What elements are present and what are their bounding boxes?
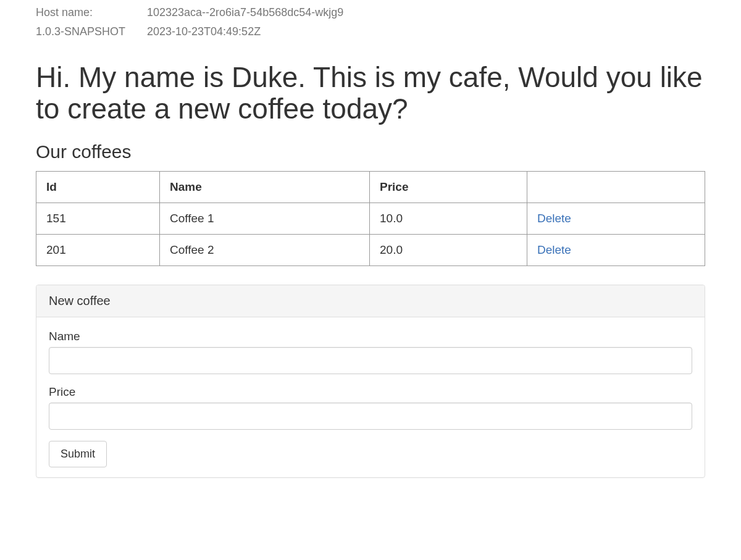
col-header-action	[527, 172, 705, 203]
cell-name: Coffee 2	[160, 235, 370, 266]
col-header-name: Name	[160, 172, 370, 203]
cell-name: Coffee 1	[160, 203, 370, 235]
version-row: 1.0.3-SNAPSHOT 2023-10-23T04:49:52Z	[36, 25, 705, 38]
cell-id: 201	[36, 235, 160, 266]
name-input[interactable]	[49, 347, 692, 374]
host-value: 102323aca--2ro6ia7-54b568dc54-wkjg9	[147, 6, 343, 19]
submit-button[interactable]: Submit	[49, 441, 107, 467]
price-label: Price	[49, 385, 692, 399]
cell-action: Delete	[527, 203, 705, 235]
delete-link[interactable]: Delete	[537, 212, 571, 225]
price-input[interactable]	[49, 403, 692, 430]
delete-link[interactable]: Delete	[537, 243, 571, 256]
host-row: Host name: 102323aca--2ro6ia7-54b568dc54…	[36, 6, 705, 19]
panel-title: New coffee	[36, 285, 705, 317]
table-row: 151 Coffee 1 10.0 Delete	[36, 203, 705, 235]
panel-body: Name Price Submit	[36, 317, 705, 477]
name-label: Name	[49, 330, 692, 343]
coffees-subhead: Our coffees	[36, 141, 705, 162]
table-row: 201 Coffee 2 20.0 Delete	[36, 235, 705, 266]
table-header-row: Id Name Price	[36, 172, 705, 203]
cell-id: 151	[36, 203, 160, 235]
version-value: 2023-10-23T04:49:52Z	[147, 25, 261, 38]
version-label: 1.0.3-SNAPSHOT	[36, 25, 147, 38]
cell-price: 20.0	[370, 235, 527, 266]
cell-price: 10.0	[370, 203, 527, 235]
cell-action: Delete	[527, 235, 705, 266]
coffee-table: Id Name Price 151 Coffee 1 10.0 Delete 2…	[36, 171, 705, 266]
page-headline: Hi. My name is Duke. This is my cafe, Wo…	[36, 62, 705, 124]
col-header-price: Price	[370, 172, 527, 203]
col-header-id: Id	[36, 172, 160, 203]
new-coffee-panel: New coffee Name Price Submit	[36, 285, 705, 478]
host-label: Host name:	[36, 6, 147, 19]
